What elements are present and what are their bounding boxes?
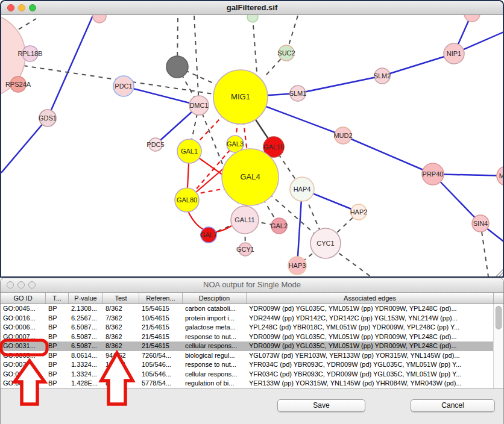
node-label-MSN: MSN [499, 172, 504, 179]
node-label-GAL80: GAL80 [177, 196, 197, 204]
node-label-GDS1: GDS1 [39, 114, 57, 122]
node-top-green[interactable] [247, 15, 258, 22]
table-row[interactable]: GO:0031...BP6.5087...8/36221/54615cellul… [1, 341, 503, 351]
edge [124, 86, 199, 105]
table-row[interactable]: GO:0065...BP8.0614...94/3627260/54...bio… [1, 351, 503, 361]
save-button[interactable]: Save [277, 399, 365, 412]
button-panel: Save Cancel [1, 388, 503, 424]
column-header-type[interactable]: T... [46, 293, 69, 304]
cell-description: carbon cataboli... [183, 304, 247, 314]
cell-go_id: GO:0031... [1, 370, 46, 379]
screen: { "network_window": { "title": "galFilte… [0, 0, 504, 424]
cell-edges: YGL073W (pd) YER103W, YER133W (pp) YOR31… [247, 351, 494, 361]
cell-p_value: 6.2567... [69, 314, 103, 323]
network-canvas[interactable]: RPL18BRPS24AGDS1PDC1DMC1MIG1SUC2SLM1SLM2… [1, 15, 504, 278]
node-label-PRP40: PRP40 [423, 170, 444, 178]
table-row[interactable]: GO:0007...BP6.5087...8/36221/54615respon… [1, 332, 503, 342]
close-button[interactable] [7, 281, 14, 288]
column-header-go_id[interactable]: GO ID [1, 293, 46, 304]
node-label-SUC2: SUC2 [277, 49, 295, 57]
cell-type: BP [46, 379, 69, 388]
cell-edges: YER133W (pp) YOR315W, YNL145W (pd) YHR08… [247, 379, 494, 388]
cell-reference: 21/54615 [139, 323, 183, 332]
resize-grip[interactable] [498, 272, 503, 278]
cancel-button[interactable]: Cancel [411, 399, 495, 412]
cell-go_id: GO:0031... [1, 360, 46, 370]
node-label-SLM1: SLM1 [289, 90, 307, 97]
cell-reference: 5778/54... [139, 379, 183, 388]
table-header: GO IDT...P-valueTestReferen...Desciption… [1, 293, 503, 304]
edge [382, 54, 454, 76]
cell-description: biological regul... [183, 351, 247, 361]
zoom-button[interactable] [28, 281, 36, 288]
node-top-pink-2[interactable] [464, 15, 480, 22]
node-gray-node[interactable] [166, 56, 188, 78]
zoom-button[interactable] [29, 4, 36, 11]
network-window: galFiltered.sif RPL18BRPS24AGDS1PDC1DMC1… [0, 0, 504, 278]
node-label-DMC1: DMC1 [189, 102, 208, 109]
cell-p_value: 6.5087... [69, 332, 103, 342]
node-label-RPL18B: RPL18B [18, 50, 43, 57]
cell-p_value: 6.5087... [69, 341, 103, 351]
node-label-MIG1: MIG1 [231, 92, 250, 101]
cell-test: 8/362 [103, 332, 139, 342]
cell-p_value: 6.5087... [69, 323, 103, 332]
cell-edges: YDR244W (pp) YDR142C, YDR142C (pp) YGL15… [247, 314, 494, 323]
edge [48, 16, 93, 118]
cell-go_id: GO:0065... [1, 351, 46, 361]
column-header-reference[interactable]: Referen... [139, 293, 183, 304]
edge [253, 17, 257, 72]
cell-go_id: GO:0007... [1, 332, 46, 342]
cell-test: 8/362 [103, 323, 139, 332]
table-body: GO:0045...BP2.1308...8/36215/54615carbon… [1, 304, 503, 388]
cell-test: 8/362 [103, 304, 139, 314]
table-row[interactable]: GO:0016...BP6.2567...7/36210/54615protei… [1, 314, 503, 323]
edge [194, 16, 199, 105]
table-row[interactable]: GO:0045...BP2.1308...8/36215/54615carbon… [1, 304, 503, 314]
cell-description: protein import i... [183, 314, 247, 323]
node-top-pink-1[interactable] [93, 15, 106, 23]
table-row[interactable]: GO:0031...BP1.3324...11/362105/546...cel… [1, 370, 503, 379]
minimize-button[interactable] [17, 281, 25, 288]
cell-edges: YPL248C (pd) YBR018C, YML051W (pp) YDR00… [247, 323, 494, 332]
node-label-SIN4: SIN4 [473, 220, 488, 227]
cell-type: BP [46, 351, 69, 361]
resize-grip[interactable] [501, 275, 503, 278]
vertical-scrollbar[interactable] [493, 304, 503, 388]
edge [298, 76, 382, 93]
column-header-description[interactable]: Desciption [183, 293, 247, 304]
cell-description: regulation of bi... [183, 379, 247, 388]
edge [1, 118, 48, 173]
cell-p_value: 8.0614... [69, 351, 103, 361]
noa-window-title: NOA output for Single Mode [1, 278, 503, 292]
node-label-HAP3: HAP3 [289, 262, 306, 269]
noa-window-titlebar[interactable]: NOA output for Single Mode [1, 278, 503, 293]
scrollbar-thumb[interactable] [496, 306, 502, 329]
column-header-test[interactable]: Test [103, 293, 139, 304]
cell-test: 8/362 [103, 341, 139, 351]
cell-description: cellular respons... [183, 370, 247, 379]
node-label-GAL4: GAL4 [240, 172, 260, 181]
minimize-button[interactable] [18, 4, 25, 11]
table-row[interactable]: GO:0050...BP1.428E...80/3625778/54...reg… [1, 379, 503, 388]
column-header-edges[interactable]: Associated edges [247, 293, 494, 304]
column-header-p_value[interactable]: P-value [69, 293, 103, 304]
node-label-GAL3: GAL3 [227, 140, 244, 148]
cell-p_value: 1.3324... [69, 370, 103, 379]
cell-reference: 21/54615 [139, 332, 183, 342]
network-window-title: galFiltered.sif [1, 1, 503, 14]
cell-description: cellular respons... [183, 341, 247, 351]
table-row[interactable]: GO:0006...BP6.5087...8/36221/54615galact… [1, 323, 503, 332]
node-label-HAP2: HAP2 [350, 208, 368, 216]
node-label-GCY1: GCY1 [236, 246, 254, 253]
node-label-GAL7: GAL7 [200, 231, 217, 238]
node-label-HAP4: HAP4 [294, 186, 311, 193]
cell-reference: 10/54615 [139, 314, 183, 323]
node-label-GAL2: GAL2 [271, 222, 288, 229]
cell-go_id: GO:0031... [1, 341, 46, 351]
table-row[interactable]: GO:0031...BP1.3324...11/362105/546...res… [1, 360, 503, 370]
close-button[interactable] [7, 4, 14, 11]
cell-type: BP [46, 370, 69, 379]
cell-p_value: 1.428E... [69, 379, 103, 388]
network-window-titlebar[interactable]: galFiltered.sif [1, 1, 503, 15]
